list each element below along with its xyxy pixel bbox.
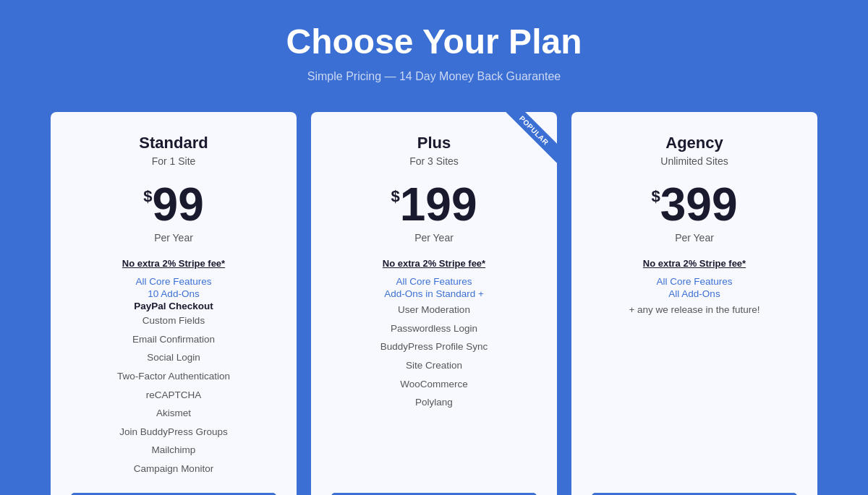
feature-item-standard-4: Email Confirmation	[132, 330, 215, 349]
feature-list-agency: All Core FeaturesAll Add-Ons+ any we rel…	[592, 276, 797, 478]
feature-item-standard-9: Join BuddyPress Groups	[119, 423, 227, 442]
feature-item-plus-6: WooCommerce	[400, 375, 468, 394]
plans-container: StandardFor 1 Site $ 99 Per YearNo extra…	[36, 112, 832, 495]
plan-price-wrap-agency: $ 399	[651, 181, 737, 228]
plan-price-amount-agency: 399	[660, 181, 738, 228]
popular-badge: POPULAR	[501, 112, 557, 163]
feature-link-agency-1: All Add-Ons	[668, 288, 720, 299]
plan-name-plus: Plus	[417, 134, 451, 152]
feature-item-plus-2: User Moderation	[398, 301, 470, 319]
feature-link-plus-0: All Core Features	[396, 276, 472, 287]
plan-price-wrap-standard: $ 99	[143, 181, 203, 228]
feature-item-standard-6: Two-Factor Authentication	[117, 367, 230, 386]
feature-link-plus-1: Add-Ons in Standard +	[384, 288, 484, 299]
plan-sites-agency: Unlimited Sites	[660, 155, 728, 167]
plan-price-amount-standard: 99	[153, 181, 204, 228]
plan-period-standard: Per Year	[154, 232, 193, 244]
feature-link-standard-0: All Core Features	[135, 276, 211, 287]
plan-card-standard: StandardFor 1 Site $ 99 Per YearNo extra…	[51, 112, 297, 495]
plan-stripe-standard: No extra 2% Stripe fee*	[122, 258, 225, 269]
plan-card-agency: AgencyUnlimited Sites $ 399 Per YearNo e…	[571, 112, 817, 495]
feature-item-standard-11: Campaign Monitor	[134, 460, 213, 478]
plan-price-wrap-plus: $ 199	[391, 181, 477, 228]
plan-price-dollar-standard: $	[143, 187, 152, 206]
feature-item-standard-10: Mailchimp	[152, 441, 196, 460]
plan-price-dollar-agency: $	[651, 187, 660, 206]
feature-list-standard: All Core Features10 Add-OnsPayPal Checko…	[71, 276, 276, 478]
page-subtitle: Simple Pricing — 14 Day Money Back Guara…	[307, 70, 561, 83]
plan-period-agency: Per Year	[675, 232, 714, 244]
feature-item-plus-3: Passwordless Login	[391, 319, 477, 338]
feature-link-standard-1: 10 Add-Ons	[148, 288, 199, 299]
feature-link-agency-0: All Core Features	[656, 276, 732, 287]
feature-item-plus-5: Site Creation	[406, 356, 462, 375]
plan-card-plus: POPULARPlusFor 3 Sites $ 199 Per YearNo …	[311, 112, 557, 495]
plan-stripe-agency: No extra 2% Stripe fee*	[643, 258, 746, 269]
feature-item-plus-4: BuddyPress Profile Sync	[380, 337, 488, 356]
plan-name-standard: Standard	[139, 134, 208, 152]
feature-item-standard-3: Custom Fields	[142, 311, 205, 330]
feature-item-standard-8: Akismet	[156, 404, 191, 423]
feature-item-agency-2: + any we release in the future!	[629, 301, 760, 319]
feature-item-standard-7: reCAPTCHA	[146, 386, 202, 405]
page-wrapper: Choose Your Plan Simple Pricing — 14 Day…	[36, 22, 832, 495]
plan-sites-plus: For 3 Sites	[409, 155, 459, 167]
plan-name-agency: Agency	[665, 134, 723, 152]
feature-item-standard-5: Social Login	[147, 348, 200, 367]
plan-stripe-plus: No extra 2% Stripe fee*	[383, 258, 485, 269]
plan-sites-standard: For 1 Site	[152, 155, 196, 167]
plan-period-plus: Per Year	[414, 232, 454, 244]
plan-price-amount-plus: 199	[400, 181, 477, 228]
page-title: Choose Your Plan	[286, 22, 582, 61]
plan-price-dollar-plus: $	[391, 187, 399, 206]
feature-item-plus-7: Polylang	[415, 393, 453, 412]
feature-bold-standard-2: PayPal Checkout	[134, 301, 213, 311]
feature-list-plus: All Core FeaturesAdd-Ons in Standard +Us…	[331, 276, 537, 478]
